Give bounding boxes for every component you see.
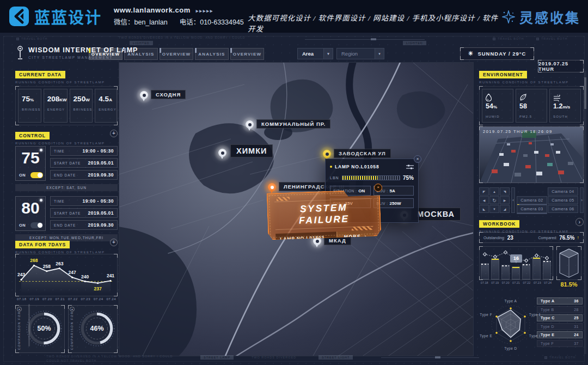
toggle-off[interactable] — [30, 222, 43, 228]
pan-up-left-button[interactable]: ◤ — [479, 187, 489, 196]
pan-down-button[interactable]: ▼ — [489, 205, 499, 213]
cube-icon — [559, 248, 579, 278]
schedule-end-row[interactable]: END DATE2019.09.30 — [50, 220, 118, 230]
chevron-down-icon[interactable] — [375, 48, 384, 59]
type-b-row[interactable]: Type B28 — [537, 306, 583, 313]
pan-up-button[interactable]: ▲ — [489, 187, 499, 196]
close-icon[interactable] — [414, 155, 421, 163]
x-tick: 07.21 — [54, 297, 67, 301]
schedule-group-2: 80 ON TIME19:00 - 05:30 START DATE2019.0… — [15, 196, 118, 242]
area-select[interactable]: Area — [297, 48, 333, 59]
camera-03-button[interactable]: Camera 03 — [517, 205, 547, 213]
location-pin-leningradskoe[interactable] — [268, 183, 276, 191]
location-pin-khimki[interactable] — [218, 149, 226, 157]
camera-prev-button[interactable]: ‹ — [511, 187, 515, 213]
inspiration-logo: 灵感收集 — [502, 7, 580, 27]
brightness-metric-label: LBN — [330, 176, 339, 180]
tab-analysis-1[interactable]: ANALYSIS — [124, 48, 158, 60]
expand-chart-button[interactable] — [110, 239, 118, 246]
map-label-kommunalny[interactable]: КОММУНАЛЬНЫЙ ПР. — [256, 119, 330, 129]
type-e-row[interactable]: Type E24 — [537, 331, 583, 338]
x-tick: 07.18 — [479, 281, 489, 284]
decor-poem: TWO ROADS DIVERGED IN A YELLOW WOOD, AND… — [119, 36, 245, 39]
except-days: EXCEPT: SAT, SUN — [15, 184, 118, 191]
camera-06-button[interactable]: Camera 06 — [548, 205, 578, 213]
chevron-down-icon[interactable] — [323, 48, 333, 59]
settings-sliders-icon[interactable] — [406, 165, 414, 169]
type-a-row[interactable]: Type A36 — [537, 297, 583, 305]
schedule-time-row[interactable]: TIME19:00 - 05:30 — [50, 146, 118, 156]
stat-wind: 1.2m/s SOUTH — [549, 89, 581, 123]
workbook-bar — [543, 260, 551, 279]
map-label-zavodskaya[interactable]: ЗАВОДСКАЯ УЛ — [334, 149, 391, 158]
compared-value: 76.5% — [559, 235, 574, 241]
workbook-bar — [481, 263, 489, 279]
workbook-bar — [532, 257, 541, 279]
week-x-axis: 07.1807.1907.2007.2107.2207.2307.2407.24 — [15, 297, 118, 301]
panel-gauges: COMPARISON FOR 50% COMPARISON FOR 46% — [15, 305, 118, 355]
brightness-setter-75[interactable]: 75 ON — [15, 146, 46, 181]
schedule-end-row[interactable]: END DATE2019.09.30 — [50, 170, 118, 180]
decor-poem-bottom-3: TWO ROADS DIVERGED — [252, 356, 296, 359]
contact-info: www.lanlanwork.com▸▸▸▸▸ 微信：ben_lanlan电话：… — [114, 6, 244, 27]
toggle-on[interactable] — [30, 172, 43, 178]
lamp-dot-icon — [40, 199, 42, 202]
pan-right-button[interactable]: ▶ — [500, 196, 510, 204]
workbook-cube — [556, 246, 581, 280]
camera-next-button[interactable]: › — [580, 187, 584, 213]
pan-down-left-button[interactable]: ◣ — [479, 205, 489, 213]
website-link[interactable]: www.lanlanwork.com — [114, 6, 191, 14]
stat-energy-a: 4.5AENERGY — [95, 89, 117, 123]
panel-title-badge: CURRENT DATA — [15, 71, 65, 78]
tab-analysis-2[interactable]: ANALYSIS — [195, 48, 229, 60]
brand-name: 蓝蓝设计 — [34, 5, 102, 28]
location-pin-zavodskaya[interactable] — [323, 150, 331, 158]
type-f-row[interactable]: Type F37 — [537, 340, 583, 347]
tab-overview-1[interactable]: OVERVIEW — [89, 48, 122, 60]
pan-up-right-button[interactable]: ◥ — [500, 187, 510, 196]
camera-feed[interactable]: 2019.07.25 THUR 18:26:09 — [479, 126, 584, 183]
tab-overview-2[interactable]: OVERVIEW — [160, 48, 193, 60]
schedule-start-row[interactable]: START DATE2019.05.01 — [50, 208, 118, 218]
pan-down-right-button[interactable]: ◢ — [500, 205, 510, 213]
decor-poem-bottom: TWO ROADS DIVERGED IN A YELLOW WOOD, AND… — [46, 355, 173, 358]
decor-badge-streetlight: STREET LIGHT — [318, 355, 353, 360]
tab-overview-3[interactable]: OVERVIEW — [230, 48, 264, 60]
brightness-setter-80[interactable]: 80 ON — [15, 196, 46, 231]
nav-tabs: OVERVIEW ANALYSIS OVERVIEW ANALYSIS OVER… — [89, 48, 264, 60]
location-pin-kommunalny[interactable] — [246, 120, 254, 129]
panel-radar: Type AType BType CType DType EType F Typ… — [479, 296, 584, 353]
brightness-bar[interactable] — [342, 175, 400, 180]
location-pin-skhodnya[interactable] — [140, 91, 148, 99]
camera-04-button[interactable]: Camera 04 — [548, 187, 578, 196]
outstanding-value: 23 — [507, 235, 513, 241]
decor-checkbox-text-3: TRAVEL BOTH — [536, 37, 568, 40]
panel-subtitle: RUNNING CONDITION OF STREETLAMP — [15, 81, 118, 84]
alert-title: SYSTEM FAILURE — [274, 198, 373, 230]
type-d-row[interactable]: Type D31 — [537, 323, 583, 330]
svg-text:268: 268 — [30, 258, 38, 263]
pan-left-button[interactable]: ◀ — [479, 196, 489, 204]
bar-tooltip: 16 — [510, 254, 522, 263]
compared-label: Compared: — [538, 236, 558, 240]
map-label-khimki[interactable]: ХИМКИ — [230, 144, 273, 157]
schedule-time-row[interactable]: TIME19:00 - 05:30 — [50, 196, 118, 206]
city-map[interactable]: СХОДНЯ КОММУНАЛЬНЫЙ ПР. ХИМКИ ЗАВОДСКАЯ … — [119, 62, 474, 356]
type-c-row[interactable]: Type C25 — [537, 314, 583, 321]
add-schedule-button[interactable] — [110, 130, 118, 137]
weather-display: ☀ SUNNDAY / 29°C — [460, 47, 534, 60]
up-arrow-icon — [577, 235, 580, 240]
camera-02-button[interactable]: Camera 02 — [517, 196, 547, 204]
workbook-more-button[interactable] — [575, 218, 584, 226]
camera-05-button[interactable]: Camera 05 — [548, 196, 578, 204]
svg-text:Type E: Type E — [480, 334, 492, 338]
map-label-skhodnya[interactable]: СХОДНЯ — [151, 90, 186, 99]
schedule-start-row[interactable]: START DATE2019.05.01 — [50, 158, 118, 168]
camera-timestamp: 2019.07.25 THUR 18:26:09 — [483, 129, 553, 134]
vertical-scrollbar[interactable] — [584, 71, 586, 354]
x-tick: 07.24 — [543, 281, 553, 284]
region-select[interactable]: Region — [336, 48, 384, 59]
reset-rotate-button[interactable]: ↻ — [489, 196, 499, 204]
left-mini-slider[interactable] — [28, 304, 30, 346]
alert-close-icon[interactable] — [374, 184, 382, 192]
